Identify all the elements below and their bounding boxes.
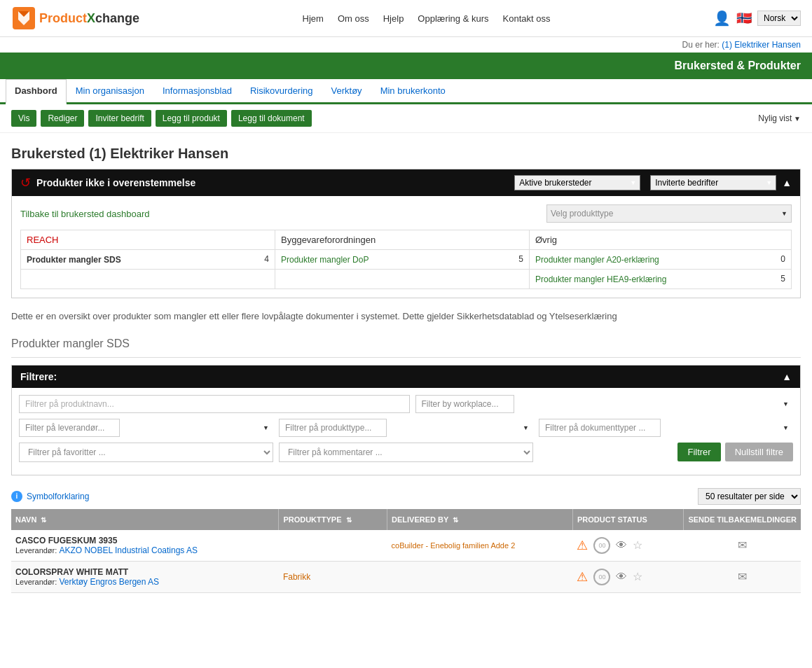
row1-delivered-by: coBuilder - Enebolig familien Adde 2 (387, 530, 573, 562)
table-row: CASCO FUGESKUM 3935 Leverandør: AKZO NOB… (11, 530, 801, 562)
name-sort-icon[interactable]: ⇅ (41, 516, 46, 524)
nav-kontakt[interactable]: Kontakt oss (503, 13, 551, 24)
legg-dokument-button[interactable]: Legg til dokument (231, 110, 312, 127)
results-per-page-select[interactable]: 50 resultater per side (698, 488, 801, 505)
logo-text: ProductXchange (39, 11, 139, 26)
col-send-feedback: SENDE TILBAKEMELDINGER (684, 509, 801, 530)
compliance-box: ↺ Produkter ikke i overenstemmelse Aktiv… (11, 169, 801, 298)
row1-product-name: CASCO FUGESKUM 3935 (15, 536, 275, 545)
logo: ProductXchange (11, 6, 139, 31)
product-type-sort-icon[interactable]: ⇅ (346, 516, 352, 524)
tab-min-brukerkonto[interactable]: Min brukerkonto (371, 79, 455, 102)
tab-verktoy[interactable]: Verktøy (322, 79, 371, 102)
location-link[interactable]: (1) Elektriker Hansen (722, 40, 801, 50)
tab-min-organisasjon[interactable]: Min organisasjon (67, 79, 153, 102)
recently-viewed[interactable]: Nylig vist (758, 113, 801, 123)
inviter-button[interactable]: Inviter bedrift (88, 110, 151, 127)
filter-actions: Filtrer Nullstill filtre (539, 443, 793, 462)
doc-type-select[interactable]: Filtrer på dokumenttyper ... (539, 419, 661, 437)
row2-status: ⚠ 00 👁 ☆ (572, 561, 683, 592)
workplace-select[interactable]: Filter by workplace... (415, 395, 514, 413)
workplace-select-wrapper: Filter by workplace... (415, 395, 794, 413)
row2-supplier-prefix: Leverandør: (15, 578, 59, 586)
back-to-dashboard-link[interactable]: Tilbake til brukersted dashboard (20, 209, 150, 219)
flag-icon: 🇳🇴 (736, 11, 752, 26)
site-header: ProductXchange Hjem Om oss Hjelp Opplæri… (0, 0, 812, 37)
compliance-collapse-btn[interactable]: ▲ (782, 177, 792, 188)
row1-supplier-link[interactable]: AKZO NOBEL Industrial Coatings AS (59, 545, 198, 555)
supplier-select-wrapper: Filter på leverandør... (19, 419, 273, 437)
invited-companies-select-wrapper: Inviterte bedrifter (650, 175, 776, 190)
main-nav: Hjem Om oss Hjelp Opplæring & kurs Konta… (139, 13, 713, 24)
tab-informasjonsblad[interactable]: Informasjonsblad (153, 79, 241, 102)
hea9-link[interactable]: Produkter mangler HEA9-erklæring (535, 274, 666, 284)
eye-icon[interactable]: 👁 (616, 539, 627, 552)
nav-om-oss[interactable]: Om oss (338, 13, 369, 24)
symbol-label: Symbolforklaring (27, 492, 89, 501)
sds-cell: Produkter mangler SDS 4 (21, 250, 275, 270)
warning-icon: ⚠ (577, 569, 588, 585)
product-type-select-wrapper: Velg produkttype (546, 204, 792, 223)
row2-delivered-by (387, 561, 573, 592)
table-body: CASCO FUGESKUM 3935 Leverandør: AKZO NOB… (11, 530, 801, 593)
star-icon[interactable]: ☆ (633, 538, 642, 552)
supplier-select[interactable]: Filter på leverandør... (19, 419, 120, 437)
star-icon[interactable]: ☆ (633, 570, 642, 583)
send-email-icon[interactable]: ✉ (738, 539, 747, 551)
vis-button[interactable]: Vis (11, 110, 36, 127)
row2-send-cell: ✉ (684, 561, 801, 592)
bygg-header: Byggevareforordningen (275, 230, 530, 250)
col-name: NAVN ⇅ (11, 509, 279, 530)
nav-hjelp[interactable]: Hjelp (383, 13, 404, 24)
invited-companies-select[interactable]: Inviterte bedrifter (650, 175, 776, 190)
compliance-header: ↺ Produkter ikke i overenstemmelse Aktiv… (12, 169, 800, 196)
row2-supplier-link[interactable]: Verktøy Engros Bergen AS (59, 577, 159, 587)
send-email-icon[interactable]: ✉ (738, 571, 747, 583)
filter-button[interactable]: Filtrer (677, 443, 720, 461)
legg-produkt-button[interactable]: Legg til produkt (156, 110, 227, 127)
ovrig-header: Øvrig (530, 230, 792, 250)
product-type-select[interactable]: Velg produkttype (546, 204, 792, 223)
main-content: Brukersted (1) Elektriker Hansen ↺ Produ… (0, 133, 812, 599)
filter-box: Filtrere: ▲ Filter by workplace... Filte… (11, 365, 801, 475)
product-name-input[interactable] (19, 395, 410, 413)
language-select[interactable]: Norsk (757, 11, 801, 26)
dop-link[interactable]: Produkter mangler DoP (281, 255, 369, 265)
a20-count: 0 (780, 254, 785, 264)
sds-label: Produkter mangler SDS (27, 255, 121, 265)
sds-count: 4 (264, 254, 269, 264)
product-type-filter-wrapper: Filtrer på produkttype... (279, 419, 533, 437)
comments-select[interactable]: Filtrer på kommentarer ... (279, 443, 533, 462)
hea9-count: 5 (780, 274, 785, 284)
reset-filter-button[interactable]: Nullstill filtre (725, 443, 793, 461)
compliance-table: REACH Byggevareforordningen Øvrig Produk… (20, 230, 792, 289)
nav-opplaering[interactable]: Opplæring & kurs (418, 13, 488, 24)
delivered-by-sort-icon[interactable]: ⇅ (453, 516, 458, 524)
favorites-select[interactable]: Filtrer på favoritter ... (19, 443, 273, 462)
row1-supplier-prefix: Leverandør: (15, 546, 59, 555)
eye-icon[interactable]: 👁 (616, 571, 627, 583)
hea9-cell: Produkter mangler HEA9-erklæring 5 (530, 270, 792, 289)
section-header: Produkter mangler SDS (11, 330, 801, 358)
a20-link[interactable]: Produkter mangler A20-erklæring (535, 255, 659, 265)
status-circle-icon: 00 (593, 569, 610, 585)
results-bar: i Symbolforklaring 50 resultater per sid… (11, 484, 801, 509)
info-text: Dette er en oversikt over produkter som … (11, 309, 801, 323)
col-product-status: PRODUCT STATUS (572, 509, 683, 530)
filter-collapse-btn[interactable]: ▲ (782, 371, 792, 382)
nav-hjem[interactable]: Hjem (303, 13, 324, 24)
reach-header: REACH (21, 230, 275, 250)
active-sites-select[interactable]: Aktive brukersteder (514, 175, 640, 190)
filter-body: Filter by workplace... Filter på leveran… (12, 388, 800, 475)
product-type-filter[interactable]: Filtrer på produkttype... (279, 419, 387, 437)
location-bar: Du er her: (1) Elektriker Hansen (0, 37, 812, 53)
rediger-button[interactable]: Rediger (41, 110, 84, 127)
tab-navigation: Dashbord Min organisasjon Informasjonsbl… (0, 79, 812, 104)
tab-dashbord[interactable]: Dashbord (6, 79, 67, 104)
user-icon: 👤 (713, 10, 731, 27)
symbol-info[interactable]: i Symbolforklaring (11, 491, 89, 502)
row2-product-type: Fabrikk (279, 561, 387, 592)
row2-supplier: Leverandør: Verktøy Engros Bergen AS (15, 577, 275, 587)
tab-risikovurdering[interactable]: Risikovurdering (241, 79, 322, 102)
warning-icon: ⚠ (577, 538, 588, 553)
